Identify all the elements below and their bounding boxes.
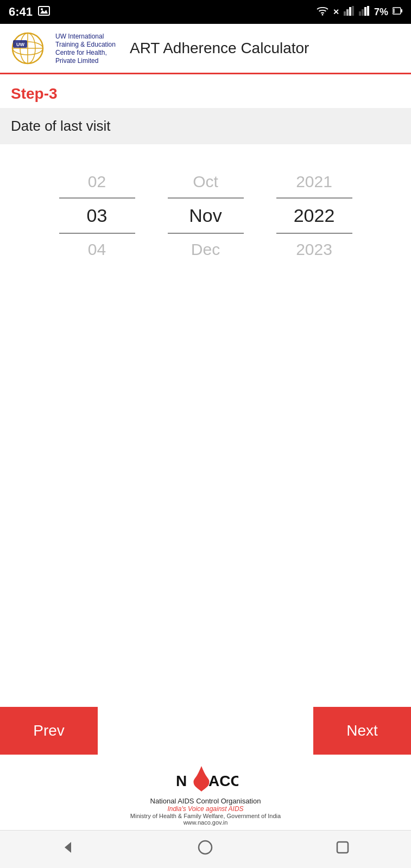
logo-container: UW (9, 29, 47, 67)
picker-year-selected[interactable]: 2022 (260, 199, 369, 233)
picker-month-prev[interactable]: Oct (151, 166, 260, 197)
next-button[interactable]: Next (313, 707, 411, 755)
status-left: 6:41 (9, 5, 50, 19)
main-content: Step-3 Date of last visit 02 03 04 Oct N… (0, 74, 411, 830)
svg-point-3 (322, 14, 324, 15)
svg-rect-7 (352, 6, 354, 16)
date-picker[interactable]: 02 03 04 Oct Nov Dec 2021 2022 2023 (0, 155, 411, 276)
svg-text:UW: UW (16, 42, 24, 47)
naco-footer: N ACO National AIDS Control Organisation… (0, 755, 411, 830)
svg-rect-9 (362, 9, 364, 16)
svg-rect-26 (337, 842, 348, 853)
picker-month-selected[interactable]: Nov (151, 199, 260, 233)
naco-line3: Ministry of Health & Family Welfare, Gov… (130, 813, 281, 819)
svg-point-25 (199, 841, 212, 854)
svg-rect-11 (367, 6, 369, 16)
step-label: Step-3 (0, 74, 411, 108)
picker-day-selected[interactable]: 03 (43, 199, 151, 233)
org-text: UW International Training & Education Ce… (55, 33, 116, 65)
signal-icon (344, 6, 355, 18)
picker-month-next[interactable]: Dec (151, 234, 260, 265)
picker-day-prev[interactable]: 02 (43, 166, 151, 197)
picker-year-column[interactable]: 2021 2022 2023 (260, 166, 369, 265)
svg-rect-6 (349, 7, 351, 16)
status-right: ✕ 7% (317, 6, 402, 18)
svg-rect-0 (39, 7, 49, 15)
nav-buttons: Prev Next (0, 707, 411, 755)
picker-day-next[interactable]: 04 (43, 234, 151, 265)
recents-icon[interactable] (334, 839, 351, 859)
prev-button[interactable]: Prev (0, 707, 98, 755)
picker-year-next[interactable]: 2023 (260, 234, 369, 265)
naco-line4: www.naco.gov.in (184, 819, 228, 826)
android-nav-bar (0, 830, 411, 868)
svg-rect-14 (394, 8, 395, 13)
naco-line2: India's Voice against AIDS (167, 805, 243, 813)
picker-year-prev[interactable]: 2021 (260, 166, 369, 197)
x-mark: ✕ (333, 8, 339, 16)
picker-day-column[interactable]: 02 03 04 (43, 166, 151, 265)
signal-icon-2 (359, 6, 370, 18)
home-icon[interactable] (197, 839, 213, 859)
app-header: UW UW International Training & Education… (0, 24, 411, 74)
svg-rect-4 (344, 11, 346, 16)
picker-month-column[interactable]: Oct Nov Dec (151, 166, 260, 265)
naco-line1: National AIDS Control Organisation (150, 797, 261, 805)
naco-logo: N ACO National AIDS Control Organisation… (130, 763, 281, 826)
date-label-bar: Date of last visit (0, 108, 411, 144)
svg-marker-24 (65, 842, 71, 853)
image-icon (38, 5, 50, 19)
svg-point-2 (41, 8, 43, 10)
svg-rect-8 (359, 11, 361, 16)
wifi-icon (317, 6, 328, 18)
app-title: ART Adherence Calculator (130, 40, 309, 57)
battery-icon (393, 7, 402, 18)
back-icon[interactable] (60, 839, 77, 859)
battery-percent: 7% (374, 7, 388, 18)
time-display: 6:41 (9, 5, 33, 19)
status-bar: 6:41 ✕ (0, 0, 411, 24)
svg-marker-1 (40, 10, 48, 14)
svg-text:N: N (176, 773, 187, 789)
svg-text:ACO: ACO (208, 773, 238, 789)
svg-rect-13 (401, 9, 403, 12)
svg-rect-10 (364, 7, 366, 16)
svg-rect-5 (346, 9, 349, 16)
